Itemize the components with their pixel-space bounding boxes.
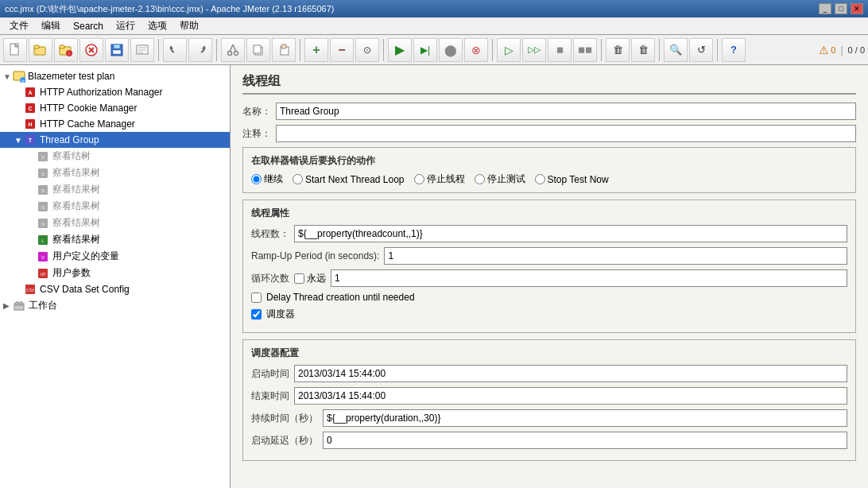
paste-button[interactable]	[272, 38, 296, 62]
main-container: ▼ p Blazemeter test plan A HTTP Authoriz…	[0, 65, 868, 488]
thread-props-title: 线程属性	[251, 207, 847, 220]
tree-item-s5[interactable]: S 察看结果树	[0, 215, 230, 231]
minimize-button[interactable]: _	[819, 3, 831, 14]
menu-edit[interactable]: 编辑	[35, 17, 67, 34]
svg-rect-23	[254, 45, 261, 53]
tree-label-cookie: HTTP Cookie Manager	[40, 103, 138, 114]
tree-item-s1[interactable]: S 察看结树	[0, 148, 230, 165]
action-stop-test[interactable]: 停止测试	[475, 172, 525, 186]
menu-file[interactable]: 文件	[3, 17, 35, 34]
tree-item-uservars[interactable]: V 用户定义的变量	[0, 248, 230, 265]
svg-point-18	[228, 51, 232, 55]
copy-button[interactable]	[246, 38, 270, 62]
svg-text:S: S	[41, 172, 45, 176]
recent-button[interactable]: !	[54, 38, 78, 62]
tree-item-csv[interactable]: CSV CSV Data Set Config	[0, 281, 230, 297]
sep6	[601, 39, 602, 61]
thread-count-input[interactable]	[294, 225, 847, 242]
tree-expand-cache	[14, 120, 24, 129]
reset-search-button[interactable]: ↺	[689, 38, 713, 62]
menu-run[interactable]: 运行	[110, 17, 141, 34]
tree-icon-up: UP	[37, 267, 49, 280]
tree-expand-s4	[27, 202, 37, 211]
close-all-button[interactable]	[79, 38, 103, 62]
run-no-pause-button[interactable]: ▶|	[413, 38, 437, 62]
remote-stop-button[interactable]: ◼	[548, 38, 572, 62]
name-input[interactable]	[276, 103, 856, 120]
ramp-up-input[interactable]	[384, 247, 847, 265]
svg-text:CSV: CSV	[26, 288, 35, 292]
right-panel: 线程组 名称： 注释： 在取样器错误后要执行的动作 继续 Start Next …	[231, 65, 868, 488]
run-button[interactable]: ▶	[388, 38, 412, 62]
save-button[interactable]	[105, 38, 129, 62]
forever-label: 永远	[307, 272, 326, 285]
tree-item-s2[interactable]: S 察看结果树	[0, 165, 230, 181]
tree-label-csv: CSV Data Set Config	[40, 284, 130, 295]
remove-button[interactable]: −	[330, 38, 354, 62]
duration-input[interactable]	[323, 409, 847, 427]
comment-input[interactable]	[276, 125, 856, 142]
svg-text:S: S	[41, 222, 45, 227]
loop-count-input[interactable]	[331, 269, 847, 287]
open-button[interactable]	[29, 38, 52, 62]
svg-text:S: S	[41, 205, 45, 210]
tree-item-cache[interactable]: H HTTP Cache Manager	[0, 116, 230, 132]
remote-start-button[interactable]: ▷	[497, 38, 521, 62]
svg-text:A: A	[28, 90, 32, 95]
add-button[interactable]: +	[304, 38, 328, 62]
menu-help[interactable]: 帮助	[173, 17, 205, 34]
remote-start-all-button[interactable]: ▷▷	[522, 38, 546, 62]
tree-item-userparam[interactable]: UP 用户参数	[0, 265, 230, 281]
menu-search[interactable]: Search	[67, 17, 110, 34]
action-stop-test-now[interactable]: Stop Test Now	[535, 174, 609, 185]
tree-item-thread-group[interactable]: ▼ T Thread Group	[0, 132, 230, 148]
revert-button[interactable]	[130, 38, 154, 62]
action-next-loop[interactable]: Start Next Thread Loop	[293, 174, 405, 185]
clear-all-button[interactable]: 🗑	[631, 38, 655, 62]
action-continue[interactable]: 继续	[251, 172, 283, 186]
tree-item-workbench[interactable]: ▶ 工作台	[0, 297, 230, 314]
tree-expand-plan[interactable]: ▼	[3, 72, 13, 81]
warning-badge: ⚠ 0	[819, 44, 835, 56]
action-group-title: 在取样器错误后要执行的动作	[251, 154, 847, 168]
stop-button[interactable]: ⬤	[439, 38, 463, 62]
tree-label-plan: Blazemeter test plan	[28, 71, 114, 82]
tree-expand-uv	[27, 252, 37, 261]
delay-creation-checkbox[interactable]	[251, 292, 262, 303]
forever-checkbox-label[interactable]: 永远	[294, 272, 326, 285]
svg-rect-56	[16, 302, 18, 305]
undo-button[interactable]	[163, 38, 187, 62]
help-button[interactable]: ?	[722, 38, 746, 62]
startup-delay-input[interactable]	[323, 432, 847, 449]
cut-button[interactable]	[221, 38, 245, 62]
tree-expand-auth	[14, 88, 24, 97]
remote-stop-all-button[interactable]: ◼◼	[573, 38, 597, 62]
tree-expand-wb[interactable]: ▶	[3, 301, 13, 310]
tree-item-s3[interactable]: S 察看结果树	[0, 181, 230, 198]
start-time-input[interactable]	[294, 365, 847, 382]
shutdown-button[interactable]: ⊗	[464, 38, 488, 62]
tree-label-auth: HTTP Authorization Manager	[40, 87, 163, 98]
tree-item-auth[interactable]: A HTTP Authorization Manager	[0, 84, 230, 100]
maximize-button[interactable]: □	[835, 3, 847, 14]
redo-button[interactable]	[188, 38, 212, 62]
tree-item-l1[interactable]: L 察看结果树	[0, 231, 230, 248]
clear-button[interactable]: 🗑	[606, 38, 630, 62]
comment-row: 注释：	[242, 125, 856, 142]
scheduler-checkbox[interactable]	[251, 309, 262, 320]
new-button[interactable]	[3, 38, 27, 62]
tree-expand-csv	[14, 285, 24, 294]
close-button[interactable]: ✕	[851, 3, 863, 14]
tree-item-plan[interactable]: ▼ p Blazemeter test plan	[0, 68, 230, 84]
end-time-input[interactable]	[294, 387, 847, 405]
tree-expand-tg[interactable]: ▼	[14, 136, 24, 145]
thread-props-group: 线程属性 线程数： Ramp-Up Period (in seconds): 循…	[242, 199, 856, 333]
toggle-button[interactable]: ⊙	[355, 38, 379, 62]
search-toolbar-button[interactable]: 🔍	[664, 38, 688, 62]
forever-checkbox[interactable]	[294, 273, 304, 284]
tree-item-cookie[interactable]: C HTTP Cookie Manager	[0, 100, 230, 116]
menu-options[interactable]: 选项	[141, 17, 173, 34]
tree-icon-s4: S	[37, 200, 49, 213]
action-stop-thread[interactable]: 停止线程	[414, 172, 465, 186]
tree-item-s4[interactable]: S 察看结果树	[0, 198, 230, 215]
